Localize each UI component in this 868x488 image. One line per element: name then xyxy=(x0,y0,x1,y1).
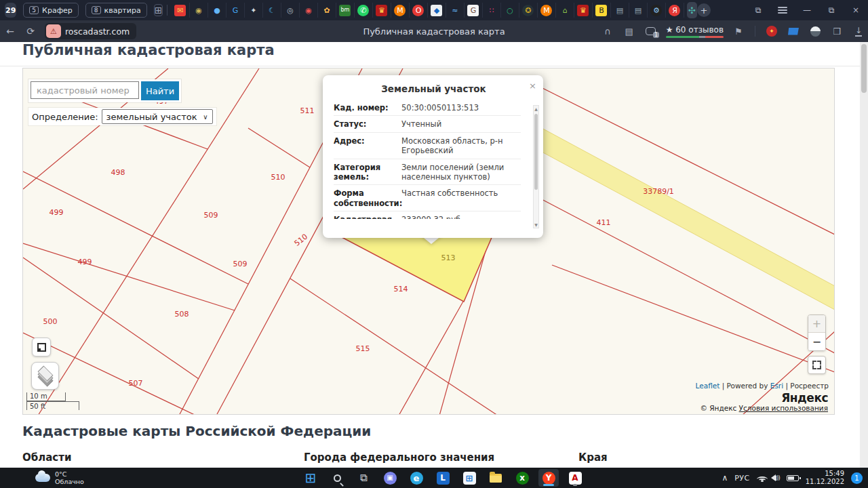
diamond-icon[interactable]: ◆ xyxy=(428,3,446,18)
g-brown-icon[interactable]: G xyxy=(465,3,483,18)
parcel-number-label[interactable]: 510 xyxy=(271,173,285,182)
esri-link[interactable]: Esri xyxy=(770,382,783,390)
bookmark-icon[interactable]: ⚑ xyxy=(729,23,748,39)
restore-button[interactable]: ⧉ xyxy=(819,1,844,20)
fox-icon[interactable]: M xyxy=(391,3,410,18)
l-app-icon[interactable]: L xyxy=(433,469,453,487)
popup-scrollbar[interactable]: ▲ ▼ xyxy=(533,105,539,228)
address-bar[interactable]: ⚠ roscadastr.com xyxy=(45,23,136,39)
road-strip-parcel[interactable] xyxy=(498,104,835,310)
bm-icon[interactable]: bm xyxy=(336,3,355,18)
zoom-in-button[interactable]: + xyxy=(808,315,825,333)
menu-icon[interactable] xyxy=(770,1,795,20)
parcel-number-label[interactable]: 498 xyxy=(111,168,125,177)
search-input[interactable] xyxy=(31,81,139,99)
weather-widget[interactable]: 0°CОблачно xyxy=(35,470,84,486)
b-icon[interactable]: B xyxy=(593,3,611,18)
mail-icon[interactable]: ✉ xyxy=(172,3,190,18)
o-ring-icon[interactable]: O xyxy=(410,3,428,18)
crescent-icon[interactable]: ☾ xyxy=(263,3,281,18)
language-indicator[interactable]: РУС xyxy=(734,474,750,483)
close-button[interactable]: × xyxy=(844,1,868,20)
measure-button[interactable] xyxy=(32,338,51,357)
red-sphere-icon[interactable]: ◉ xyxy=(300,3,318,18)
dots-icon[interactable]: ∷ xyxy=(483,3,501,18)
minimize-button[interactable]: — xyxy=(795,1,819,20)
scroll-down-icon[interactable]: ▼ xyxy=(534,222,538,227)
extension-helmet-icon[interactable]: ✦ xyxy=(762,23,781,39)
fullscreen-button[interactable] xyxy=(808,356,826,374)
keyboard2-icon[interactable]: ▤ xyxy=(629,3,648,18)
gear-icon[interactable]: ⚙ xyxy=(648,3,666,18)
tab-counter-button[interactable]: 29 xyxy=(5,3,16,18)
active-tab-favicon[interactable]: ✣ xyxy=(687,2,697,18)
start-button[interactable]: ⊞ xyxy=(300,469,321,487)
fox2-icon[interactable]: M xyxy=(538,3,556,18)
listen-icon[interactable]: ∩ xyxy=(598,23,617,39)
eye-icon[interactable]: ◎ xyxy=(281,3,300,18)
clock[interactable]: 15:4911.12.2022 xyxy=(806,470,844,487)
parcel-number-label[interactable]: 499 xyxy=(50,208,64,217)
cart-icon[interactable] xyxy=(784,23,803,39)
parcel-number-label[interactable]: 510 xyxy=(293,232,310,248)
file-explorer-icon[interactable] xyxy=(486,469,506,487)
task-view-button[interactable]: ⧉ xyxy=(353,469,374,487)
back-icon[interactable]: ← xyxy=(0,26,20,37)
stamp2-icon[interactable]: ♛ xyxy=(574,3,593,18)
store-icon[interactable]: ⊞ xyxy=(459,469,479,487)
scrollbar-thumb[interactable] xyxy=(861,44,867,93)
parcel-number-label[interactable]: 33789/1 xyxy=(643,187,674,196)
show-hidden-icons[interactable]: ∧ xyxy=(722,473,728,483)
zoom-out-button[interactable]: − xyxy=(808,333,825,350)
find-button[interactable]: Найти xyxy=(141,81,179,100)
parcel-number-label[interactable]: 499 xyxy=(78,258,92,266)
parcel-number-label[interactable]: 509 xyxy=(204,211,218,220)
clover-icon[interactable]: ✿ xyxy=(318,3,336,18)
keyboard-icon[interactable]: ▤ xyxy=(611,3,629,18)
site-reviews[interactable]: ★ 60 отзывов xyxy=(666,25,724,38)
coin-icon[interactable]: ✪ xyxy=(519,3,538,18)
parcel-number-label[interactable]: 507 xyxy=(129,379,143,388)
side-panel-icon[interactable]: ⧉ xyxy=(746,1,770,20)
badge-icon[interactable]: ◉ xyxy=(190,3,208,18)
swoosh-icon[interactable]: ≈ xyxy=(446,3,465,18)
xbox-icon[interactable]: x xyxy=(512,469,532,487)
home-icon[interactable]: ⌂ xyxy=(556,3,574,18)
parcel-number-label[interactable]: 411 xyxy=(597,218,611,227)
teams-chat-icon[interactable]: ▣ xyxy=(380,469,400,487)
close-icon[interactable]: × xyxy=(529,81,536,91)
downloads-icon[interactable]: ↓ xyxy=(849,23,868,39)
notification-badge[interactable]: 1 xyxy=(851,472,863,484)
tab-krafer[interactable]: 5 Крафер xyxy=(23,3,78,18)
parcel-number-label[interactable]: 515 xyxy=(356,344,370,353)
cadastral-map[interactable]: 4975114985104995095104995095005085075145… xyxy=(22,68,835,415)
scrollbar-thumb[interactable] xyxy=(534,114,538,190)
globe-icon[interactable]: ● xyxy=(208,3,226,18)
not-secure-icon[interactable]: ⚠ xyxy=(46,24,61,38)
search-button[interactable] xyxy=(327,469,347,487)
g-letter-icon[interactable]: G xyxy=(226,3,245,18)
scroll-up-icon[interactable]: ▲ xyxy=(534,106,538,111)
wifi-icon[interactable] xyxy=(757,474,768,482)
parcel-number-label[interactable]: 509 xyxy=(233,260,248,268)
autodesk-icon[interactable]: A xyxy=(565,469,585,487)
stars-icon[interactable]: ✦ xyxy=(245,3,263,18)
yandex-browser-icon[interactable]: Y xyxy=(538,469,559,487)
tab-kvartira[interactable]: 8 квартира xyxy=(85,3,147,18)
yandex-icon[interactable]: Я xyxy=(666,3,684,18)
parcel-number-label[interactable]: 511 xyxy=(300,106,315,115)
volume-icon[interactable]: )) xyxy=(774,474,780,481)
battery-icon[interactable] xyxy=(787,475,799,481)
new-tab-plus-button[interactable]: + xyxy=(697,3,711,17)
parcel-number-label[interactable]: 508 xyxy=(175,310,189,319)
comments-icon[interactable]: 1 xyxy=(642,23,660,39)
green-ring-icon[interactable]: ○ xyxy=(501,3,519,18)
collections-icon[interactable]: ❒ xyxy=(827,23,846,39)
page-scrollbar[interactable] xyxy=(860,42,868,468)
new-tab-button[interactable]: ⊞ xyxy=(154,4,163,16)
parcel-number-label[interactable]: 513 xyxy=(441,253,456,262)
reader-mode-icon[interactable]: ▤ xyxy=(620,23,639,39)
reload-icon[interactable]: ⟳ xyxy=(20,26,41,37)
leaflet-link[interactable]: Leaflet xyxy=(696,382,720,390)
parcel-number-label[interactable]: 514 xyxy=(394,285,408,293)
